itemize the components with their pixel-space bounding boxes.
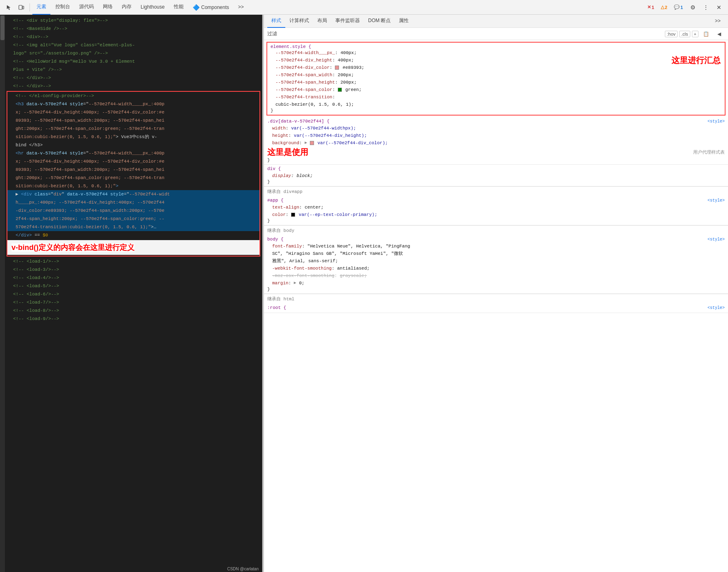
inherited-body-text: 继承自 body	[267, 228, 294, 233]
tab-memory[interactable]: 内存	[118, 0, 136, 15]
tab-layout[interactable]: 布局	[313, 15, 331, 28]
css-prop-span-width: --570e2f44-span_width: 200px;	[271, 71, 721, 79]
tab-console[interactable]: 控制台	[51, 0, 74, 15]
div-ua-header: div {	[267, 166, 725, 171]
tab-lighthouse[interactable]: Lighthouse	[136, 0, 169, 15]
code-line-div-selected-4: 2f44-span_height:200px; --570e2f44-span_…	[7, 215, 259, 223]
body-selector: body {	[267, 237, 284, 242]
tab-performance[interactable]: 性能	[170, 0, 188, 15]
body-moz-smoothing: -moz-osx-font-smoothing: grayscale;	[267, 272, 725, 279]
code-line-2: <!-- <BaseSide />-->	[5, 25, 262, 33]
body-margin: margin: ▶ 0;	[267, 279, 725, 287]
div-close-brace: }	[267, 158, 725, 163]
device-icon[interactable]	[16, 2, 27, 13]
code-line-3: <!-- <div>-->	[5, 33, 262, 41]
body-font-family-2: SC", "Hiragino Sans GB", "Microsoft YaHe…	[267, 250, 725, 257]
code-line-hr-3: 89393; --570e2f44-span_width:200px; --57…	[7, 166, 259, 174]
root-style-block: :root { <style>	[264, 304, 728, 313]
css-prop-div-height: --570e2f44-div_height: 400px;	[271, 57, 721, 64]
warning-badge[interactable]: △ 2	[658, 4, 670, 11]
styles-panel[interactable]: element.style { --570e2f44-width___px_: …	[264, 40, 728, 572]
code-line-9: <!-- </div>-->	[5, 82, 262, 90]
tab-styles[interactable]: 样式	[267, 15, 285, 28]
right-panel: 样式 计算样式 布局 事件监听器 DOM 断点 属性 >> 过滤 :hov .c…	[264, 15, 728, 572]
root-source-link[interactable]: <style>	[708, 306, 725, 310]
app-block-header: #app { <style>	[267, 198, 725, 203]
div-block-header: .div[data-v-570e2f44] { <style>	[267, 119, 725, 124]
info-count: 1	[680, 5, 683, 10]
background-swatch[interactable]	[310, 141, 314, 145]
tab-dom-breakpoints[interactable]: DOM 断点	[364, 15, 395, 28]
element-style-close-brace: }	[271, 108, 721, 113]
cursor-icon[interactable]	[3, 2, 15, 13]
css-prop-transition-value: cubic-bezier(0, 1.5, 0.6, 1);	[271, 101, 721, 108]
inherited-html-label: 继承自 html	[264, 294, 728, 304]
code-line-6: <!-- <HelloWorld msg="Hello Vue 3.0 + El…	[5, 57, 262, 66]
code-line-h3-2: x; --570e2f44-div_height:400px; --570e2f…	[7, 108, 259, 116]
div-color-swatch[interactable]	[335, 66, 339, 70]
annotation-shiyong-text: 这里是使用	[267, 147, 308, 158]
css-prop-div-color: --570e2f44-div_color: #e89393;	[271, 64, 721, 71]
div-css-width: width: var(--570e2f44-widthpx);	[267, 125, 725, 132]
code-line-div-selected-1[interactable]: ▶ <div class="div" data-v-570e2f44 style…	[7, 190, 259, 198]
root-selector: :root {	[267, 305, 286, 310]
div-selector-text: .div[data-v-570e2f44] {	[267, 119, 330, 124]
filter-hov-btn[interactable]: :hov	[665, 31, 678, 37]
filter-cls-btn[interactable]: .cls	[679, 31, 690, 37]
div-ua-display: display: block;	[267, 172, 725, 179]
span-color-swatch[interactable]	[338, 88, 342, 92]
inherited-body-label: 继承自 body	[264, 225, 728, 235]
info-badge[interactable]: 💬 1	[671, 4, 685, 11]
settings-icon[interactable]: ⚙	[687, 2, 698, 13]
element-style-selector-text: element.style {	[271, 44, 311, 49]
div-source-link[interactable]: <style>	[708, 119, 725, 124]
separator-1	[30, 3, 30, 11]
code-line-config: <!-- </el-config-provider>-->	[7, 92, 259, 100]
info-icon: 💬	[674, 5, 680, 10]
tab-more-right[interactable]: >>	[711, 15, 725, 28]
app-close-brace: }	[267, 218, 725, 223]
tab-event-listeners[interactable]: 事件监听器	[331, 15, 364, 28]
tab-computed[interactable]: 计算样式	[285, 15, 313, 28]
left-scroll-indicator[interactable]	[0, 15, 5, 572]
tab-network[interactable]: 网络	[99, 0, 117, 15]
filter-add-btn[interactable]: +	[692, 31, 698, 37]
code-line-load3: <!-- <load-3/>-->	[5, 266, 262, 274]
warning-icon: △	[661, 5, 664, 10]
div-ua-close: }	[267, 179, 725, 184]
tab-components[interactable]: 🔷 Components	[189, 0, 233, 15]
app-color-swatch[interactable]	[291, 213, 295, 217]
css-prop-span-color: --570e2f44-span_color: green;	[271, 86, 721, 93]
filter-input[interactable]	[280, 31, 665, 37]
app-source-link[interactable]: <style>	[708, 198, 725, 203]
copy-styles-btn[interactable]: 📋	[700, 28, 712, 40]
body-style-block: body { <style> font-family: "Helvetica N…	[264, 235, 728, 294]
watermark: CSDN @carlatan	[227, 567, 259, 571]
body-webkit-smoothing: -webkit-font-smoothing: antialiased;	[267, 265, 725, 272]
inherited-divapp-label: 继承自 div#app	[264, 186, 728, 196]
code-line-7: Plus + Vite" />-->	[5, 66, 262, 74]
svg-rect-1	[23, 6, 24, 9]
code-line-load5: <!-- <load-5/>-->	[5, 282, 262, 290]
vbind-annotation: v-bind()定义的内容会在这里进行定义	[7, 240, 259, 255]
css-prop-transition: --570e2f44-transition:	[271, 93, 721, 101]
close-icon[interactable]: ✕	[713, 2, 725, 13]
body-block-header: body { <style>	[267, 237, 725, 242]
left-panel-scroll[interactable]: <!-- <div style="display: flex">--> <!--…	[5, 15, 262, 572]
error-x-icon: ✕	[647, 5, 651, 10]
components-label: Components	[201, 5, 229, 10]
tab-more[interactable]: >>	[234, 0, 248, 15]
tab-properties[interactable]: 属性	[395, 15, 413, 28]
svg-rect-0	[19, 5, 22, 9]
tab-sources[interactable]: 源代码	[75, 0, 98, 15]
more-options-icon[interactable]: ⋮	[700, 2, 712, 13]
left-content-wrap: <!-- <div style="display: flex">--> <!--…	[0, 15, 262, 572]
body-source-link[interactable]: <style>	[708, 237, 725, 242]
element-style-block: element.style { --570e2f44-width___px_: …	[266, 42, 726, 116]
code-line-div-selected-5: 570e2f44-transition:cubic-bezier(0, 1.5,…	[7, 223, 259, 231]
code-line-1: <!-- <div style="display: flex">-->	[5, 16, 262, 25]
tab-elements[interactable]: 元素	[32, 0, 50, 15]
error-badge[interactable]: ✕ 1	[645, 4, 657, 11]
css-prop-width: --570e2f44-width___px_: 400px;	[271, 49, 721, 57]
toggle-sidebar-btn[interactable]: ◀	[713, 28, 725, 40]
